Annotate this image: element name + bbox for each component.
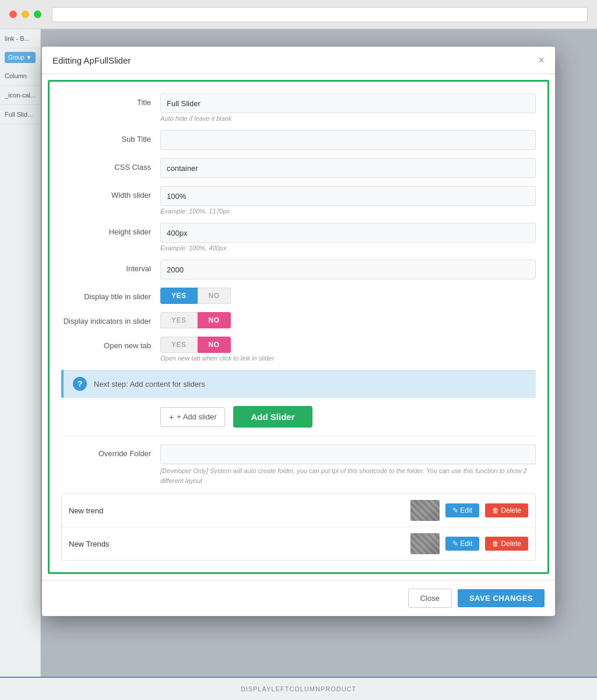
subtitle-field [160,130,536,150]
delete-button-2[interactable]: 🗑 Delete [485,537,528,551]
css-class-input[interactable] [160,158,536,178]
modal-title: Editting ApFullSlider [52,55,131,65]
modal-footer: Close SAVE CHANGES [42,580,555,616]
title-hint: Auto hide if leave it blank [160,115,536,122]
modal-overlay: Editting ApFullSlider × Title Auto hide … [0,29,597,700]
title-input[interactable] [160,93,536,113]
display-indicators-no-button[interactable]: NO [198,312,231,328]
open-tab-hint: Open new tab when click to link in slide… [160,355,536,362]
info-text: Next step: Add content for sliders [94,380,205,388]
interval-field [160,260,536,279]
add-slider-area: + + Add slider Add Slider [160,406,536,428]
form-row-display-title: Display title in slider YES NO [61,288,536,304]
info-box: ? Next step: Add content for sliders [61,370,536,398]
subtitle-input[interactable] [160,130,536,150]
width-input[interactable] [160,186,536,206]
add-slider-outline-label: + Add slider [177,412,216,421]
form-row-height: Height slider Example: 100%, 400px [61,223,536,251]
title-field: Auto hide if leave it blank [160,93,536,122]
modal-close-button[interactable]: × [538,55,545,65]
edit-button-1[interactable]: ✎ Edit [445,503,479,517]
title-label: Title [61,93,160,107]
display-title-label: Display title in slider [61,288,160,301]
edit-button-2[interactable]: ✎ Edit [445,537,479,551]
form-row-open-tab: Open new tab YES NO Open new tab when cl… [61,337,536,362]
open-tab-label: Open new tab [61,337,160,350]
display-indicators-yes-button[interactable]: YES [160,312,198,328]
width-hint: Example: 100%, 1170px [160,208,536,215]
interval-input[interactable] [160,260,536,279]
display-indicators-label: Display indicators in slider [61,312,160,326]
override-field: [Developer Only] System will auto create… [160,444,536,485]
display-title-toggle: YES NO [160,288,536,304]
form-row-override: Override Folder [Developer Only] System … [61,444,536,485]
css-class-label: CSS Class [61,158,160,172]
add-slider-outline-button[interactable]: + + Add slider [160,407,225,427]
height-label: Height slider [61,223,160,236]
save-changes-button[interactable]: SAVE CHANGES [458,589,545,607]
modal-dialog: Editting ApFullSlider × Title Auto hide … [42,47,555,616]
open-tab-toggle: YES NO [160,337,536,353]
display-title-no-button[interactable]: NO [198,288,231,304]
modal-header: Editting ApFullSlider × [42,47,555,74]
slider-name-1: New trend [69,506,405,515]
traffic-light-yellow[interactable] [22,10,29,18]
display-title-yes-button[interactable]: YES [160,288,198,304]
form-row-interval: Interval [61,260,536,279]
subtitle-label: Sub Title [61,130,160,144]
background-area: link - B... Group ▼ Column _icon-cal... … [0,29,597,700]
table-row: New Trends ✎ Edit 🗑 Delete [62,527,535,560]
open-tab-field: YES NO Open new tab when click to link i… [160,337,536,362]
css-class-field [160,158,536,178]
traffic-light-red[interactable] [9,10,17,18]
width-label: Width slider [61,186,160,200]
slider-name-2: New Trends [69,540,405,548]
display-title-field: YES NO [160,288,536,304]
modal-body: Title Auto hide if leave it blank Sub Ti… [48,80,549,574]
table-row: New trend ✎ Edit 🗑 Delete [62,494,535,527]
override-hint: [Developer Only] System will auto create… [160,466,536,485]
height-field: Example: 100%, 400px [160,223,536,251]
height-input[interactable] [160,223,536,243]
height-hint: Example: 100%, 400px [160,244,536,251]
divider [61,436,536,436]
form-row-subtitle: Sub Title [61,130,536,150]
form-row-css: CSS Class [61,158,536,178]
slider-thumb-1 [410,500,440,521]
close-button[interactable]: Close [408,589,452,608]
open-tab-no-button[interactable]: NO [198,337,231,353]
delete-button-1[interactable]: 🗑 Delete [485,503,528,517]
browser-chrome [0,0,597,29]
address-bar[interactable] [52,7,588,22]
form-row-width: Width slider Example: 100%, 1170px [61,186,536,215]
thumb-inner-1 [410,500,440,521]
display-indicators-field: YES NO [160,312,536,328]
open-tab-yes-button[interactable]: YES [160,337,198,353]
interval-label: Interval [61,260,160,273]
display-indicators-toggle: YES NO [160,312,536,328]
traffic-light-green[interactable] [34,10,41,18]
form-row-display-indicators: Display indicators in slider YES NO [61,312,536,328]
override-input[interactable] [160,444,536,464]
width-field: Example: 100%, 1170px [160,186,536,215]
add-slider-green-button[interactable]: Add Slider [233,406,312,428]
plus-icon: + [169,412,174,422]
info-icon: ? [73,377,87,391]
thumb-inner-2 [410,533,440,554]
form-row-title: Title Auto hide if leave it blank [61,93,536,122]
slider-thumb-2 [410,533,440,554]
slider-table: New trend ✎ Edit 🗑 Delete New Trends ✎ E… [61,494,536,561]
override-label: Override Folder [61,444,160,458]
